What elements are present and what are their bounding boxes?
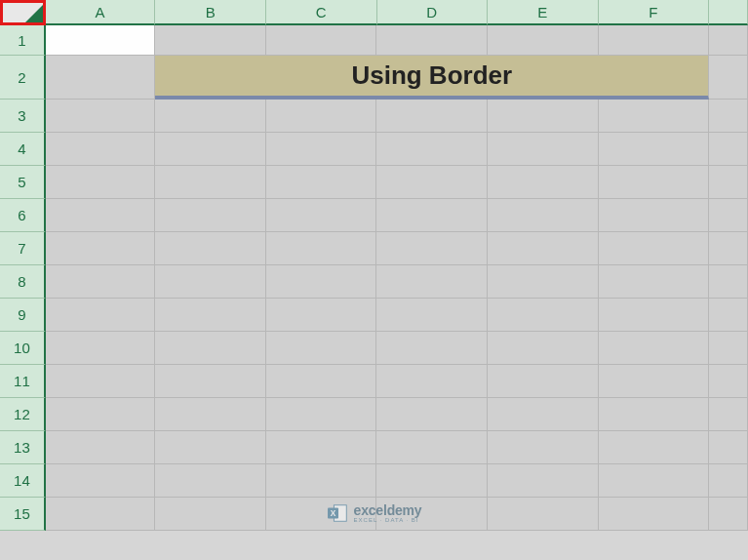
- cell-B15[interactable]: [155, 498, 266, 531]
- cell-D6[interactable]: [376, 199, 488, 232]
- row-header-7[interactable]: 7: [0, 232, 46, 265]
- cell-G14[interactable]: [709, 464, 748, 498]
- cell-G8[interactable]: [709, 265, 748, 299]
- row-header-14[interactable]: 14: [0, 464, 46, 498]
- cell-E4[interactable]: [488, 133, 599, 166]
- cell-B7[interactable]: [155, 232, 266, 265]
- cell-F13[interactable]: [599, 431, 710, 464]
- column-header-F[interactable]: F: [599, 0, 710, 25]
- cell-C9[interactable]: [266, 299, 377, 332]
- cell-A14[interactable]: [46, 464, 156, 498]
- cell-F8[interactable]: [599, 265, 710, 299]
- cell-G9[interactable]: [709, 299, 748, 332]
- select-all-button[interactable]: [0, 0, 46, 25]
- cell-E3[interactable]: [488, 100, 599, 133]
- cell-C6[interactable]: [266, 199, 377, 232]
- cell-A11[interactable]: [46, 365, 156, 398]
- cell-A2[interactable]: [46, 56, 156, 100]
- cell-D11[interactable]: [376, 365, 488, 398]
- cell-A9[interactable]: [46, 299, 156, 332]
- cell-C14[interactable]: [266, 464, 377, 498]
- cell-F9[interactable]: [599, 299, 710, 332]
- row-header-10[interactable]: 10: [0, 332, 46, 365]
- cell-B10[interactable]: [155, 332, 266, 365]
- column-header-next[interactable]: [709, 0, 748, 25]
- cell-G10[interactable]: [709, 332, 748, 365]
- cell-D14[interactable]: [376, 464, 488, 498]
- cell-D12[interactable]: [376, 398, 488, 431]
- cell-C8[interactable]: [266, 265, 377, 299]
- cell-C15[interactable]: [266, 498, 377, 531]
- cell-C7[interactable]: [266, 232, 377, 265]
- cell-C12[interactable]: [266, 398, 377, 431]
- cell-G4[interactable]: [709, 133, 748, 166]
- cell-F1[interactable]: [599, 25, 710, 56]
- column-header-B[interactable]: B: [155, 0, 266, 25]
- cell-E11[interactable]: [488, 365, 599, 398]
- row-header-3[interactable]: 3: [0, 100, 46, 133]
- cell-A7[interactable]: [46, 232, 156, 265]
- row-header-6[interactable]: 6: [0, 199, 46, 232]
- cell-B5[interactable]: [155, 166, 266, 199]
- cell-A10[interactable]: [46, 332, 156, 365]
- cell-B4[interactable]: [155, 133, 266, 166]
- cell-E9[interactable]: [488, 299, 599, 332]
- row-header-8[interactable]: 8: [0, 265, 46, 299]
- cell-D15[interactable]: [376, 498, 488, 531]
- cell-B12[interactable]: [155, 398, 266, 431]
- cell-B13[interactable]: [155, 431, 266, 464]
- cell-A5[interactable]: [46, 166, 156, 199]
- cell-G15[interactable]: [709, 498, 748, 531]
- cell-F6[interactable]: [599, 199, 710, 232]
- cell-B3[interactable]: [155, 100, 266, 133]
- cell-E12[interactable]: [488, 398, 599, 431]
- cell-F11[interactable]: [599, 365, 710, 398]
- cell-G11[interactable]: [709, 365, 748, 398]
- cell-E15[interactable]: [488, 498, 599, 531]
- cell-D9[interactable]: [376, 299, 488, 332]
- row-header-13[interactable]: 13: [0, 431, 46, 464]
- cell-D5[interactable]: [376, 166, 488, 199]
- cell-G5[interactable]: [709, 166, 748, 199]
- cell-B14[interactable]: [155, 464, 266, 498]
- cell-A12[interactable]: [46, 398, 156, 431]
- cell-G12[interactable]: [709, 398, 748, 431]
- cell-C3[interactable]: [266, 100, 377, 133]
- cell-G6[interactable]: [709, 199, 748, 232]
- row-header-1[interactable]: 1: [0, 25, 46, 56]
- cell-G1[interactable]: [709, 25, 748, 56]
- cell-A3[interactable]: [46, 100, 156, 133]
- cell-C13[interactable]: [266, 431, 377, 464]
- cell-E8[interactable]: [488, 265, 599, 299]
- cell-C10[interactable]: [266, 332, 377, 365]
- cell-F3[interactable]: [599, 100, 710, 133]
- merged-title-cell[interactable]: Using Border: [155, 56, 709, 100]
- cell-A15[interactable]: [46, 498, 156, 531]
- cell-A4[interactable]: [46, 133, 156, 166]
- cell-F4[interactable]: [599, 133, 710, 166]
- column-header-D[interactable]: D: [377, 0, 489, 25]
- cell-C11[interactable]: [266, 365, 377, 398]
- row-header-11[interactable]: 11: [0, 365, 46, 398]
- row-header-9[interactable]: 9: [0, 299, 46, 332]
- cell-F14[interactable]: [599, 464, 710, 498]
- cell-A13[interactable]: [46, 431, 156, 464]
- cell-B9[interactable]: [155, 299, 266, 332]
- cell-D3[interactable]: [376, 100, 488, 133]
- column-header-C[interactable]: C: [266, 0, 377, 25]
- cell-C1[interactable]: [266, 25, 377, 56]
- cell-G3[interactable]: [709, 100, 748, 133]
- cell-D4[interactable]: [376, 133, 488, 166]
- cell-D13[interactable]: [376, 431, 488, 464]
- cell-F5[interactable]: [599, 166, 710, 199]
- row-header-2[interactable]: 2: [0, 56, 46, 100]
- cell-A1[interactable]: [46, 25, 156, 56]
- row-header-15[interactable]: 15: [0, 498, 46, 531]
- cell-A8[interactable]: [46, 265, 156, 299]
- cell-E1[interactable]: [488, 25, 599, 56]
- cell-D1[interactable]: [376, 25, 488, 56]
- cell-C4[interactable]: [266, 133, 377, 166]
- cell-E14[interactable]: [488, 464, 599, 498]
- row-header-12[interactable]: 12: [0, 398, 46, 431]
- cell-A6[interactable]: [46, 199, 156, 232]
